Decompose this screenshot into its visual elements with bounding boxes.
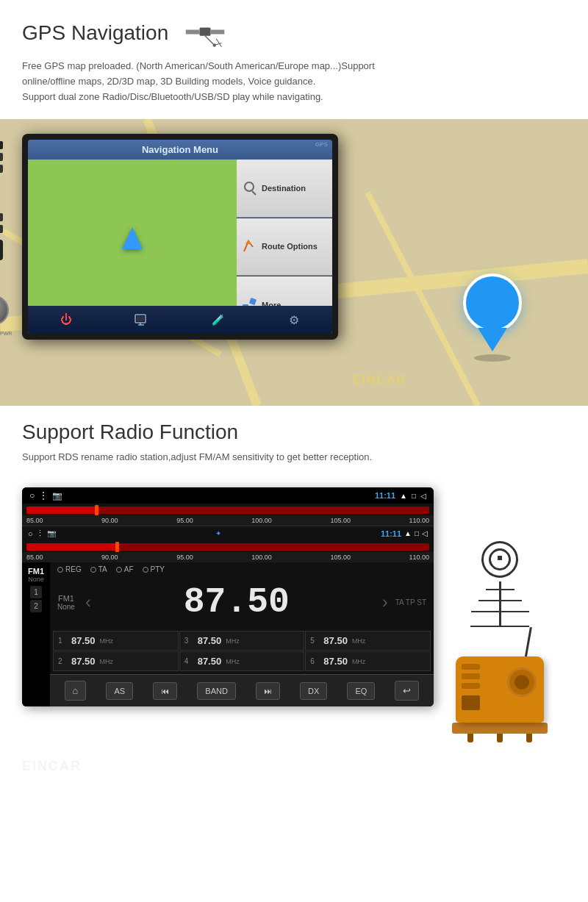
media-icon[interactable] — [132, 310, 151, 329]
dx-btn[interactable]: DX — [300, 682, 327, 700]
radio-knob-2 — [462, 673, 480, 679]
antenna-tower-icon — [470, 541, 529, 627]
af-dot — [116, 567, 122, 573]
stereo-screen: Navigation Menu GPS Show Map — [28, 140, 332, 334]
reg-label: REG — [65, 565, 82, 573]
destination-label: Destination — [262, 184, 306, 193]
svg-rect-20 — [137, 316, 144, 321]
nav-menu-bar: Navigation Menu — [28, 140, 332, 160]
frequency-display: 87.50 — [98, 582, 375, 622]
radio-device-icon — [456, 656, 544, 723]
preset-num-6: 6 — [310, 657, 320, 665]
tower-arm-2 — [478, 600, 522, 601]
preset-grid: 1 87.50 MHz 3 87.50 MHz 5 87.50 MHz — [50, 628, 434, 674]
svg-point-13 — [245, 182, 254, 191]
gps-label: GPS — [315, 141, 328, 148]
radio-speaker-icon — [507, 667, 537, 697]
station-label-big: None — [57, 603, 75, 611]
radio-right-info: TA TP ST — [395, 598, 426, 606]
fm-station: None — [28, 576, 44, 583]
pty-label: PTY — [151, 565, 165, 573]
status-time-2: 11:11 — [381, 529, 401, 538]
freq-labels-2: 85.00 90.00 95.00 100.00 105.00 110.00 — [22, 552, 434, 562]
power-icon[interactable]: ⏻ — [57, 310, 76, 329]
fm-presets: 1 2 — [30, 586, 42, 612]
fm-label: FM1 — [28, 567, 44, 576]
freq-slider-1 — [22, 504, 434, 515]
reg-dot — [57, 567, 63, 573]
band-btn[interactable]: BAND — [197, 682, 236, 700]
preset-freq-4: 87.50 — [198, 656, 222, 667]
svg-rect-1 — [186, 30, 200, 35]
prev-btn[interactable]: ⏮ — [153, 682, 177, 700]
radio-leg-2 — [497, 734, 503, 742]
preset-1-btn[interactable]: 1 — [30, 586, 42, 598]
route-options-button[interactable]: Route Options — [237, 218, 332, 276]
freq-labels-1: 85.00 90.00 95.00 100.00 105.00 110.00 — [22, 515, 434, 526]
preset-freq-2: 87.50 — [71, 656, 96, 667]
radio-screen — [462, 695, 480, 710]
preset-cell-4[interactable]: 4 87.50 MHz — [179, 651, 305, 671]
preset-mhz-4: MHz — [226, 658, 240, 665]
preset-num-3: 3 — [184, 637, 195, 645]
preset-cell-5[interactable]: 5 87.50 MHz — [305, 631, 431, 651]
status-time-1: 11:11 — [375, 491, 395, 500]
svg-line-6 — [216, 39, 222, 47]
radio-section: Support Radio Function Support RDS renam… — [0, 406, 588, 480]
svg-line-3 — [205, 36, 213, 44]
tower-body — [499, 581, 501, 626]
prev-freq-button[interactable]: ‹ — [85, 592, 91, 612]
radio-panel: ○ ⋮ 📷 11:11 ▲ □ ◁ 85.00 90.00 95.00 100.… — [22, 487, 434, 706]
preset-mhz-2: MHz — [100, 658, 114, 665]
radio-legs — [456, 734, 544, 742]
radio-control-bar: ⌂ AS ⏮ BAND ⏭ DX EQ ↩ — [50, 674, 434, 706]
status-bar-1: ○ ⋮ 📷 11:11 ▲ □ ◁ — [22, 487, 434, 504]
radio-icons-right — [434, 487, 566, 796]
tower-waves — [474, 541, 526, 578]
next-btn[interactable]: ⏭ — [256, 682, 280, 700]
tower-arm-1 — [486, 589, 514, 590]
preset-cell-2[interactable]: 2 87.50 MHz — [53, 651, 179, 671]
preset-cell-6[interactable]: 6 87.50 MHz — [305, 651, 431, 671]
radio-title: Support Radio Function — [22, 420, 566, 444]
svg-rect-17 — [249, 298, 257, 305]
radio-knob-3 — [462, 683, 480, 689]
status2-dots: ⋮ — [36, 529, 44, 538]
radio-knob-1 — [462, 664, 480, 670]
preset-cell-1[interactable]: 1 87.50 MHz — [53, 631, 179, 651]
status2-cam: 📷 — [47, 529, 56, 537]
as-btn[interactable]: AS — [106, 682, 133, 700]
status-bar-2: ○ ⋮ 📷 ✦ 11:11 ▲ □ ◁ — [22, 526, 434, 540]
ta-dot — [90, 567, 96, 573]
stereo-unit: MIC SD RST NAVI BACK HOME PWR Navigation… — [22, 134, 338, 340]
gps-title: GPS Navigation — [22, 21, 168, 45]
preset-num-1: 1 — [58, 637, 68, 645]
preset-2-btn[interactable]: 2 — [30, 600, 42, 612]
next-freq-button[interactable]: › — [382, 592, 388, 612]
return-btn[interactable]: ↩ — [395, 681, 419, 701]
svg-marker-15 — [245, 240, 251, 244]
gps-header: GPS Navigation — [22, 15, 566, 51]
nav-direction-arrow — [122, 227, 143, 249]
settings-icon[interactable]: ⚙ — [284, 310, 304, 329]
status-battery: □ — [412, 492, 416, 500]
nav-toolbar: ⏻ 🧪 ⚙ — [28, 306, 332, 334]
destination-button[interactable]: Destination — [237, 160, 332, 217]
flask-icon[interactable]: 🧪 — [209, 310, 228, 329]
route-options-label: Route Options — [262, 242, 318, 251]
preset-mhz-6: MHz — [352, 658, 366, 665]
radio-device-wrapper — [456, 656, 544, 723]
radio-antenna-icon — [524, 627, 532, 660]
eq-btn[interactable]: EQ — [347, 682, 375, 700]
route-icon — [241, 238, 257, 254]
preset-num-5: 5 — [310, 637, 320, 645]
preset-cell-3[interactable]: 3 87.50 MHz — [179, 631, 305, 651]
gps-image-area: EINCAR MIC SD RST NAVI BACK HOME PWR N — [0, 119, 588, 406]
tower-center — [498, 556, 502, 560]
radio-device-controls — [462, 664, 480, 710]
preset-num-2: 2 — [58, 657, 68, 665]
nav-map-display — [28, 160, 237, 317]
radio-description: Support RDS rename radio station,adjust … — [22, 451, 566, 462]
radio-main-display: REG TA AF PTY — [50, 562, 434, 706]
home-btn[interactable]: ⌂ — [65, 681, 87, 701]
